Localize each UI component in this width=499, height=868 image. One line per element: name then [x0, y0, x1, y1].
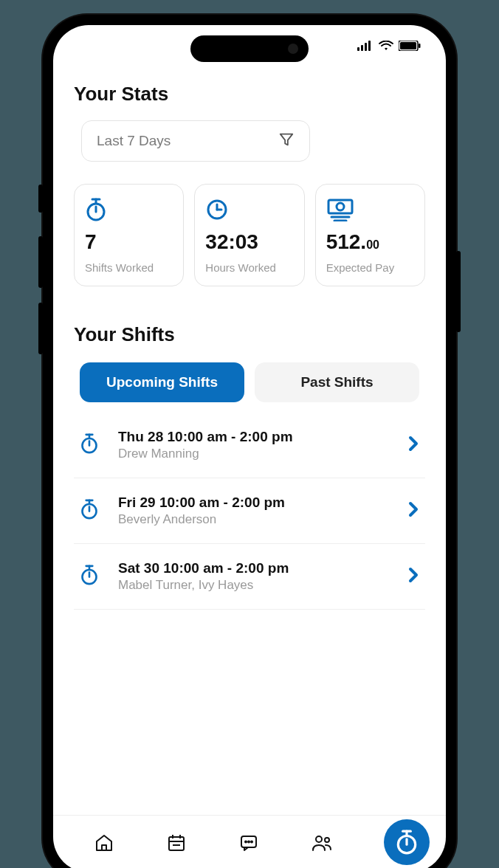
stats-filter[interactable]: Last 7 Days — [81, 120, 310, 162]
stat-card-shifts: 7 Shifts Worked — [74, 184, 184, 286]
stat-value: 7 — [85, 230, 173, 254]
notch — [190, 35, 309, 62]
nav-calendar[interactable] — [166, 833, 187, 856]
shift-datetime: Fri 29 10:00 am - 2:00 pm — [118, 495, 391, 511]
nav-home[interactable] — [94, 833, 114, 856]
shift-info: Thu 28 10:00 am - 2:00 pm Drew Manning — [118, 429, 391, 461]
stat-card-pay: 512.00 Expected Pay — [315, 184, 425, 286]
stat-label: Hours Worked — [205, 261, 293, 274]
tab-upcoming[interactable]: Upcoming Shifts — [80, 362, 244, 402]
svg-rect-2 — [365, 43, 367, 51]
filter-label: Last 7 Days — [97, 133, 171, 149]
pay-main: 512. — [326, 230, 367, 253]
svg-point-38 — [251, 841, 252, 842]
battery-icon — [399, 41, 421, 54]
svg-rect-0 — [357, 47, 359, 51]
phone-frame: Your Stats Last 7 Days 7 Shifts Worked — [43, 15, 456, 868]
phone-side-button — [38, 303, 43, 354]
stopwatch-icon — [80, 499, 102, 523]
filter-icon — [278, 131, 295, 151]
bottom-nav — [53, 815, 446, 868]
stat-label: Shifts Worked — [85, 261, 173, 274]
nav-timer-fab[interactable] — [384, 819, 430, 865]
shift-datetime: Sat 30 10:00 am - 2:00 pm — [118, 560, 391, 576]
svg-rect-30 — [169, 837, 184, 850]
stopwatch-icon — [85, 198, 173, 223]
shift-person: Beverly Anderson — [118, 512, 391, 527]
svg-rect-1 — [361, 45, 363, 51]
svg-point-40 — [325, 838, 329, 842]
stat-label: Expected Pay — [326, 261, 414, 274]
shift-datetime: Thu 28 10:00 am - 2:00 pm — [118, 429, 391, 445]
stat-value: 512.00 — [326, 230, 414, 254]
phone-side-button — [456, 251, 461, 332]
pay-cents: 00 — [366, 238, 379, 251]
svg-point-36 — [245, 841, 247, 842]
svg-point-15 — [337, 203, 344, 210]
screen: Your Stats Last 7 Days 7 Shifts Worked — [53, 25, 446, 868]
tab-past[interactable]: Past Shifts — [255, 362, 419, 402]
shift-person: Drew Manning — [118, 447, 391, 461]
nav-people[interactable] — [311, 833, 333, 856]
shifts-title: Your Shifts — [74, 323, 425, 346]
svg-rect-3 — [368, 41, 371, 51]
shift-person: Mabel Turner, Ivy Hayes — [118, 578, 391, 593]
phone-side-button — [38, 185, 43, 213]
wifi-icon — [379, 41, 393, 54]
svg-point-39 — [316, 836, 322, 842]
signal-icon — [357, 41, 374, 54]
stats-title: Your Stats — [74, 83, 425, 106]
svg-point-37 — [248, 841, 250, 842]
clock-icon — [205, 198, 293, 223]
camera-dot — [288, 44, 298, 54]
stopwatch-icon — [80, 565, 102, 588]
stats-row: 7 Shifts Worked 32:03 Hours Worked 512. — [74, 184, 425, 286]
stat-value: 32:03 — [205, 230, 293, 254]
svg-rect-6 — [419, 44, 421, 48]
chevron-right-icon — [407, 566, 419, 587]
shift-item[interactable]: Fri 29 10:00 am - 2:00 pm Beverly Anders… — [74, 478, 425, 544]
shift-info: Sat 30 10:00 am - 2:00 pm Mabel Turner, … — [118, 560, 391, 593]
nav-chat[interactable] — [238, 833, 259, 856]
shift-info: Fri 29 10:00 am - 2:00 pm Beverly Anders… — [118, 495, 391, 527]
shifts-tabs: Upcoming Shifts Past Shifts — [80, 362, 419, 402]
chevron-right-icon — [407, 500, 419, 521]
stat-card-hours: 32:03 Hours Worked — [194, 184, 304, 286]
chevron-right-icon — [407, 435, 419, 455]
stopwatch-icon — [80, 433, 102, 457]
money-icon — [326, 198, 414, 223]
shift-item[interactable]: Thu 28 10:00 am - 2:00 pm Drew Manning — [74, 413, 425, 478]
shift-item[interactable]: Sat 30 10:00 am - 2:00 pm Mabel Turner, … — [74, 544, 425, 610]
content-scroll[interactable]: Your Stats Last 7 Days 7 Shifts Worked — [53, 69, 446, 815]
svg-rect-5 — [400, 42, 416, 49]
phone-side-button — [38, 236, 43, 288]
